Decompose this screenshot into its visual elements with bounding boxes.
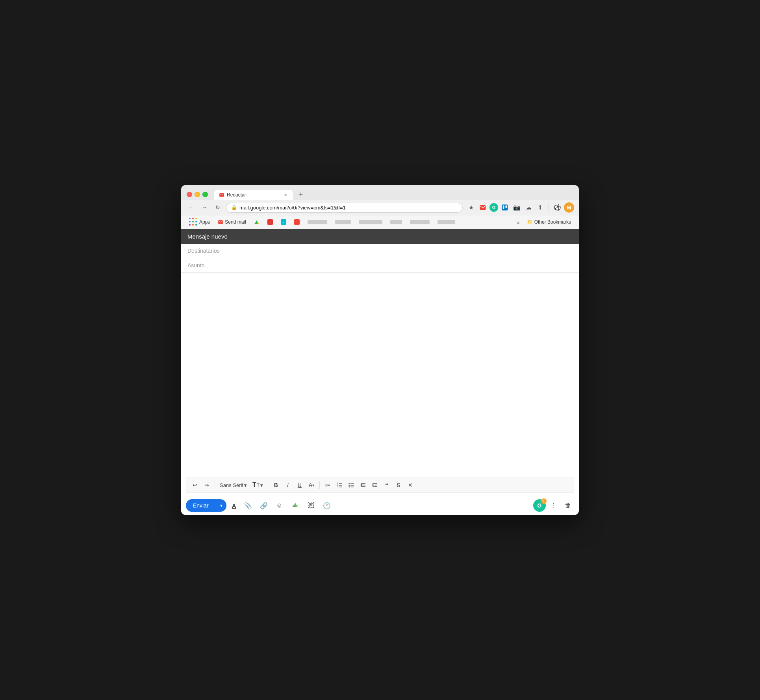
- insert-link-button[interactable]: 🔗: [258, 499, 270, 512]
- to-field[interactable]: Destinatarios: [181, 244, 579, 258]
- subject-field[interactable]: Asunto: [181, 258, 579, 273]
- send-button-group: Enviar ▾: [186, 499, 226, 512]
- close-button[interactable]: [187, 192, 192, 197]
- extensions-icon[interactable]: ⚽: [552, 202, 562, 213]
- forward-button[interactable]: →: [199, 202, 209, 213]
- svg-text:3.: 3.: [337, 485, 338, 487]
- compose-header: Mensaje nuevo: [181, 229, 579, 244]
- bullet-list-button[interactable]: [346, 480, 357, 491]
- profile-icon[interactable]: M: [564, 202, 574, 213]
- italic-button[interactable]: I: [282, 480, 293, 491]
- grammarly-nav-icon[interactable]: G: [489, 203, 498, 212]
- browser-window: Redactar - ✕ + ← → ↻ 🔒 mail.google.com/m…: [181, 185, 579, 515]
- minimize-button[interactable]: [195, 192, 200, 197]
- svg-point-12: [348, 483, 350, 484]
- bookmark-blurred-5[interactable]: [407, 219, 433, 225]
- bookmark-icon-wave: ≈: [281, 219, 286, 225]
- svg-rect-3: [503, 206, 504, 209]
- navigation-bar: ← → ↻ 🔒 mail.google.com/mail/u/0/?view=c…: [181, 200, 579, 215]
- action-bar: Enviar ▾ A 📎 🔗 ☺ 🖼 🕐 G 1 ⋮ 🗑: [181, 496, 579, 515]
- indent-less-button[interactable]: [358, 480, 369, 491]
- bookmark-star-icon[interactable]: ★: [466, 202, 476, 213]
- bookmark-wave[interactable]: ≈: [278, 219, 289, 226]
- numbered-list-button[interactable]: 1.2.3.: [334, 480, 345, 491]
- insert-emoji-button[interactable]: ☺: [273, 499, 286, 512]
- redo-button[interactable]: ↪: [201, 480, 212, 491]
- address-bar[interactable]: 🔒 mail.google.com/mail/u/0/?view=cm&fs=1…: [226, 203, 463, 213]
- blockquote-button[interactable]: ❝: [381, 480, 392, 491]
- tab-close-button[interactable]: ✕: [283, 192, 288, 198]
- subject-label: Asunto: [187, 262, 205, 269]
- bookmark-blurred-1[interactable]: [304, 219, 330, 225]
- strikethrough-button[interactable]: S: [393, 480, 404, 491]
- undo-button[interactable]: ↩: [189, 480, 200, 491]
- back-button[interactable]: ←: [186, 202, 196, 213]
- insert-photo-button[interactable]: 🖼: [305, 499, 317, 512]
- bookmarks-overflow-button[interactable]: »: [514, 219, 522, 226]
- bold-button[interactable]: B: [271, 480, 282, 491]
- apps-grid-icon: [189, 218, 198, 226]
- underline-button[interactable]: U: [294, 480, 305, 491]
- info-icon[interactable]: ℹ: [535, 202, 545, 213]
- security-lock-icon: 🔒: [231, 205, 237, 210]
- bookmark-blurred-3[interactable]: [356, 219, 386, 225]
- indent-more-button[interactable]: [369, 480, 380, 491]
- svg-rect-0: [219, 193, 224, 196]
- formatting-toolbar: ↩ ↪ Sans Serif ▾ T T ▾ B I U A ▾ ≡: [186, 478, 574, 493]
- attach-file-button[interactable]: 📎: [242, 499, 254, 512]
- other-bookmarks-label: Other Bookmarks: [534, 219, 571, 225]
- svg-point-13: [348, 485, 350, 486]
- font-family-chevron: ▾: [244, 482, 247, 488]
- action-bar-right: G 1 ⋮ 🗑: [533, 499, 574, 512]
- clear-format-button[interactable]: ✕: [405, 480, 416, 491]
- send-dropdown-button[interactable]: ▾: [216, 500, 226, 511]
- delete-draft-button[interactable]: 🗑: [562, 499, 574, 512]
- bookmark-icon-red: [267, 219, 273, 225]
- format-text-button[interactable]: A: [230, 501, 239, 511]
- google-drive-button[interactable]: [289, 499, 302, 512]
- bookmark-blurred-6[interactable]: [434, 219, 458, 225]
- maximize-button[interactable]: [202, 192, 208, 197]
- traffic-lights: [187, 192, 208, 197]
- font-size-icon: T: [252, 481, 256, 489]
- reload-button[interactable]: ↻: [213, 202, 223, 213]
- title-bar: Redactar - ✕ +: [181, 185, 579, 200]
- font-family-selector[interactable]: Sans Serif ▾: [217, 481, 249, 489]
- confidential-mode-button[interactable]: 🕐: [321, 499, 333, 512]
- camera-icon[interactable]: 📷: [512, 202, 522, 213]
- bookmark-grid[interactable]: [291, 219, 303, 226]
- bookmark-icon-grid: [294, 219, 300, 225]
- grammarly-badge[interactable]: G 1: [533, 499, 546, 512]
- trello-icon[interactable]: [500, 202, 510, 213]
- bookmark-red[interactable]: [264, 219, 276, 226]
- compose-window: Mensaje nuevo Destinatarios Asunto ↩ ↪ S…: [181, 229, 579, 515]
- bookmark-blurred-4[interactable]: [387, 219, 405, 225]
- font-size-selector[interactable]: T T ▾: [250, 481, 265, 489]
- grammarly-notification-badge: 1: [541, 498, 547, 504]
- bookmark-blur-2: [335, 220, 351, 224]
- bookmark-blurred-2[interactable]: [332, 219, 354, 225]
- align-button[interactable]: ≡ ▾: [322, 480, 333, 491]
- text-color-chevron: ▾: [312, 483, 314, 487]
- send-button[interactable]: Enviar: [186, 499, 216, 512]
- cloud-icon[interactable]: ☁: [523, 202, 534, 213]
- url-text: mail.google.com/mail/u/0/?view=cm&fs=1&t…: [239, 205, 458, 211]
- more-options-button[interactable]: ⋮: [547, 499, 560, 512]
- toolbar-separator-1: [215, 481, 215, 489]
- to-input[interactable]: [220, 248, 573, 254]
- apps-bookmark[interactable]: Apps: [186, 217, 213, 227]
- svg-rect-5: [219, 220, 223, 224]
- svg-rect-4: [506, 206, 507, 208]
- new-tab-button[interactable]: +: [295, 189, 306, 200]
- gmail-extension-icon[interactable]: [478, 202, 488, 213]
- active-tab[interactable]: Redactar - ✕: [214, 190, 293, 200]
- svg-rect-1: [480, 205, 486, 210]
- text-color-button[interactable]: A ▾: [306, 480, 317, 491]
- send-mail-bookmark[interactable]: Send mail: [215, 219, 249, 226]
- subject-input[interactable]: [205, 262, 573, 269]
- other-bookmarks[interactable]: 📁 Other Bookmarks: [524, 219, 574, 226]
- bookmark-blur-3: [359, 220, 382, 224]
- message-body[interactable]: [181, 273, 579, 478]
- to-label: Destinatarios: [187, 248, 220, 254]
- google-drive-bookmark[interactable]: [251, 219, 263, 226]
